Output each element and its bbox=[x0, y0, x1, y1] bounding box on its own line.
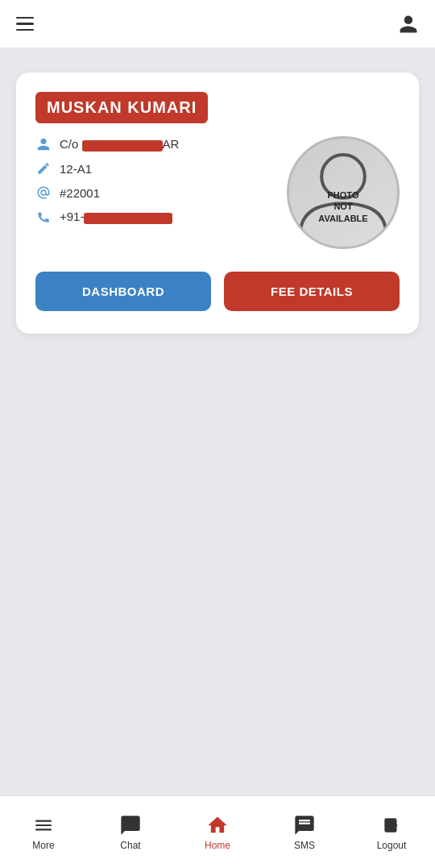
student-card: MUSKAN KUMARI C/o AR bbox=[16, 73, 419, 334]
student-name: MUSKAN KUMARI bbox=[47, 98, 197, 116]
dashboard-button[interactable]: DASHBOARD bbox=[35, 272, 211, 311]
chat-icon bbox=[119, 814, 142, 837]
phone-row: +91- bbox=[35, 209, 279, 225]
nav-item-logout[interactable]: Logout bbox=[348, 814, 435, 851]
more-icon bbox=[32, 814, 55, 837]
nav-item-chat[interactable]: Chat bbox=[87, 814, 174, 851]
class-row: 12-A1 bbox=[35, 160, 279, 177]
bottom-nav: More Chat Home SMS bbox=[0, 795, 435, 868]
edit-icon bbox=[35, 160, 52, 177]
phone-icon bbox=[35, 209, 52, 225]
student-name-bar: MUSKAN KUMARI bbox=[35, 92, 208, 123]
at-icon bbox=[35, 185, 52, 201]
class-text: 12-A1 bbox=[60, 162, 92, 176]
photo-not-available-text: PHOTO NOT AVAILABLE bbox=[318, 189, 367, 224]
main-content: MUSKAN KUMARI C/o AR bbox=[0, 48, 435, 795]
phone-text: +91- bbox=[60, 210, 172, 223]
logout-icon bbox=[380, 814, 403, 837]
fee-details-button[interactable]: FEE DETAILS bbox=[224, 272, 400, 311]
roll-row: #22001 bbox=[35, 185, 279, 201]
chat-label: Chat bbox=[120, 840, 140, 851]
student-info: C/o AR 12-A1 #22 bbox=[35, 136, 279, 233]
sms-label: SMS bbox=[294, 840, 315, 851]
home-icon bbox=[206, 814, 229, 837]
logout-label: Logout bbox=[377, 840, 407, 851]
top-header bbox=[0, 0, 435, 48]
card-buttons: DASHBOARD FEE DETAILS bbox=[35, 272, 400, 311]
sms-icon bbox=[293, 814, 316, 837]
nav-item-home[interactable]: Home bbox=[174, 814, 261, 851]
nav-item-more[interactable]: More bbox=[0, 814, 87, 851]
person-icon bbox=[35, 136, 52, 152]
nav-item-sms[interactable]: SMS bbox=[261, 814, 348, 851]
more-label: More bbox=[32, 840, 54, 851]
header-profile-icon[interactable] bbox=[398, 14, 419, 35]
card-body: C/o AR 12-A1 #22 bbox=[35, 136, 400, 249]
hamburger-icon[interactable] bbox=[16, 17, 34, 31]
photo-placeholder: PHOTO NOT AVAILABLE bbox=[287, 136, 400, 249]
co-row: C/o AR bbox=[35, 136, 279, 152]
roll-text: #22001 bbox=[60, 186, 100, 200]
co-text: C/o AR bbox=[60, 137, 179, 151]
home-label: Home bbox=[205, 840, 230, 851]
